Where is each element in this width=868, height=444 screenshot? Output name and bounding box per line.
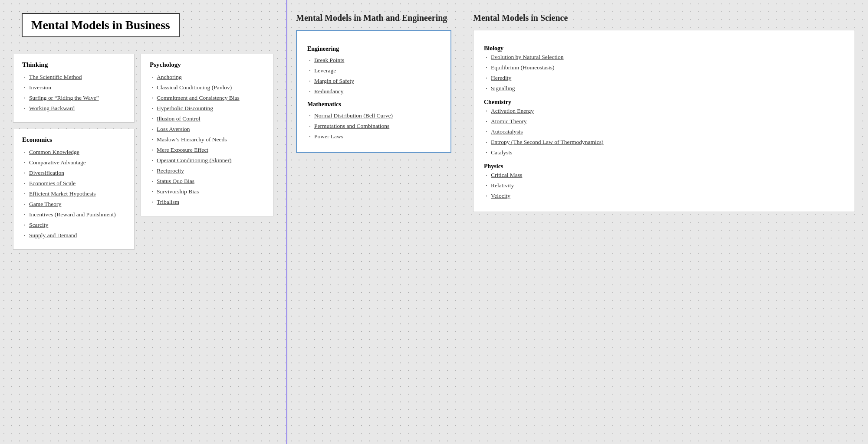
thinking-title: Thinking bbox=[22, 61, 125, 69]
biology-subtitle: Biology bbox=[484, 45, 844, 52]
list-item[interactable]: Entropy (The Second Law of Thermodynamic… bbox=[484, 139, 844, 146]
list-item[interactable]: Hyperbolic Discounting bbox=[150, 105, 264, 112]
list-item[interactable]: Critical Mass bbox=[484, 172, 844, 179]
list-item[interactable]: Autocatalysis bbox=[484, 128, 844, 135]
list-item[interactable]: Supply and Demand bbox=[22, 232, 125, 239]
list-item[interactable]: Economies of Scale bbox=[22, 180, 125, 187]
list-item[interactable]: Game Theory bbox=[22, 201, 125, 208]
economics-list: Common Knowledge Comparative Advantage D… bbox=[22, 149, 125, 239]
science-box: Biology Evolution by Natural Selection E… bbox=[473, 30, 855, 212]
list-item[interactable]: Leverage bbox=[307, 67, 440, 74]
list-item[interactable]: Diversification bbox=[22, 170, 125, 176]
list-item[interactable]: Survivorship Bias bbox=[150, 188, 264, 195]
engineering-list: Break Points Leverage Margin of Safety R… bbox=[307, 57, 440, 95]
list-item[interactable]: Velocity bbox=[484, 193, 844, 199]
list-item[interactable]: Status Quo Bias bbox=[150, 178, 264, 185]
list-item[interactable]: Permutations and Combinations bbox=[307, 123, 440, 130]
list-item[interactable]: Power Laws bbox=[307, 133, 440, 140]
list-item[interactable]: Comparative Advantage bbox=[22, 159, 125, 166]
list-item[interactable]: Signalling bbox=[484, 85, 844, 92]
list-item[interactable]: Reciprocity bbox=[150, 167, 264, 174]
list-item[interactable]: Surfing or “Riding the Wave” bbox=[22, 95, 125, 101]
economics-title: Economics bbox=[22, 136, 125, 144]
list-item[interactable]: Efficient Market Hypothesis bbox=[22, 190, 125, 197]
list-item[interactable]: Margin of Safety bbox=[307, 78, 440, 85]
chemistry-list: Activation Energy Atomic Theory Autocata… bbox=[484, 108, 844, 156]
list-item[interactable]: Evolution by Natural Selection bbox=[484, 54, 844, 61]
right-panel: Mental Models in Science Biology Evoluti… bbox=[460, 0, 868, 444]
list-item[interactable]: Normal Distribution (Bell Curve) bbox=[307, 112, 440, 119]
center-panel-title: Mental Models in Math and Engineering bbox=[296, 13, 451, 23]
list-item[interactable]: Redundancy bbox=[307, 88, 440, 95]
list-item[interactable]: Relativity bbox=[484, 182, 844, 189]
list-item[interactable]: The Scientific Method bbox=[22, 74, 125, 81]
list-item[interactable]: Atomic Theory bbox=[484, 118, 844, 125]
list-item[interactable]: Operant Conditioning (Skinner) bbox=[150, 157, 264, 164]
list-item[interactable]: Working Backward bbox=[22, 105, 125, 112]
chemistry-subtitle: Chemistry bbox=[484, 99, 844, 106]
list-item[interactable]: Classical Conditioning (Pavlov) bbox=[150, 84, 264, 91]
thinking-section: Thinking The Scientific Method Inversion… bbox=[13, 54, 135, 123]
list-item[interactable]: Incentives (Reward and Punishment) bbox=[22, 211, 125, 218]
psychology-title: Psychology bbox=[150, 61, 264, 69]
physics-subtitle: Physics bbox=[484, 163, 844, 170]
list-item[interactable]: Inversion bbox=[22, 84, 125, 91]
left-panel: Mental Models in Business Thinking The S… bbox=[0, 0, 286, 444]
list-item[interactable]: Equilibrium (Homeostasis) bbox=[484, 64, 844, 71]
list-item[interactable]: Loss Aversion bbox=[150, 126, 264, 133]
list-item[interactable]: Mere Exposure Effect bbox=[150, 147, 264, 153]
list-item[interactable]: Commitment and Consistency Bias bbox=[150, 95, 264, 101]
physics-list: Critical Mass Relativity Velocity bbox=[484, 172, 844, 199]
list-item[interactable]: Scarcity bbox=[22, 222, 125, 229]
list-item[interactable]: Tribalism bbox=[150, 199, 264, 206]
list-item[interactable]: Anchoring bbox=[150, 74, 264, 81]
list-item[interactable]: Activation Energy bbox=[484, 108, 844, 114]
mathematics-subtitle: Mathematics bbox=[307, 101, 440, 108]
engineering-subtitle: Engineering bbox=[307, 46, 440, 52]
thinking-list: The Scientific Method Inversion Surfing … bbox=[22, 74, 125, 112]
psychology-list: Anchoring Classical Conditioning (Pavlov… bbox=[150, 74, 264, 206]
right-panel-title: Mental Models in Science bbox=[473, 13, 855, 23]
psychology-section: Psychology Anchoring Classical Condition… bbox=[141, 54, 273, 216]
list-item[interactable]: Catalysts bbox=[484, 149, 844, 156]
list-item[interactable]: Illusion of Control bbox=[150, 115, 264, 122]
list-item[interactable]: Heredity bbox=[484, 75, 844, 82]
biology-list: Evolution by Natural Selection Equilibri… bbox=[484, 54, 844, 92]
list-item[interactable]: Maslow’s Hierarchy of Needs bbox=[150, 136, 264, 143]
list-item[interactable]: Common Knowledge bbox=[22, 149, 125, 156]
math-eng-box: Engineering Break Points Leverage Margin… bbox=[296, 30, 451, 153]
center-panel: Mental Models in Math and Engineering En… bbox=[286, 0, 460, 444]
list-item[interactable]: Break Points bbox=[307, 57, 440, 64]
mathematics-list: Normal Distribution (Bell Curve) Permuta… bbox=[307, 112, 440, 140]
main-title: Mental Models in Business bbox=[22, 13, 180, 37]
economics-section: Economics Common Knowledge Comparative A… bbox=[13, 129, 135, 250]
